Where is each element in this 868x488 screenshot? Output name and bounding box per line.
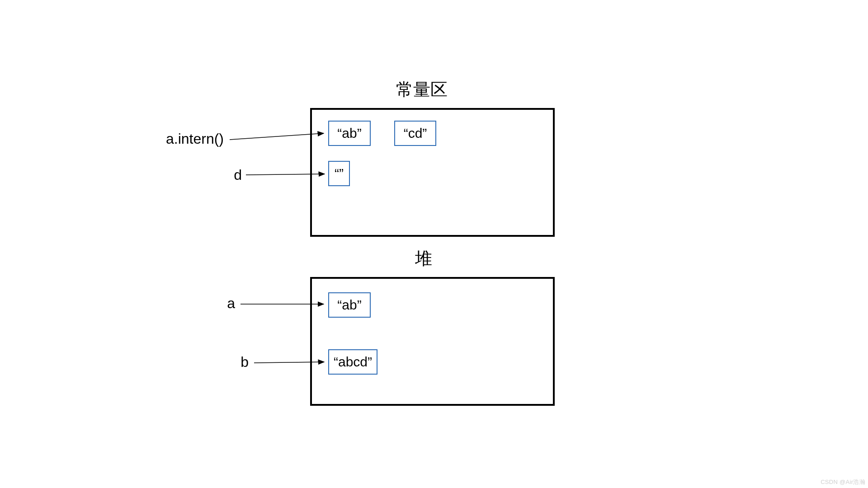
constant-cell-empty: “” <box>328 161 350 186</box>
diagram-stage: 常量区 堆 “ab” “cd” “” “ab” “abcd” a.intern(… <box>104 66 764 422</box>
arrow-a-intern-to-ab <box>230 133 324 140</box>
label-b: b <box>222 354 249 371</box>
heap-title: 堆 <box>415 247 432 270</box>
constant-area-title: 常量区 <box>396 78 448 101</box>
watermark: CSDN @Air浩瀚 <box>821 478 865 486</box>
heap-cell-abcd: “abcd” <box>328 349 377 375</box>
constant-cell-cd: “cd” <box>394 121 436 146</box>
heap-cell-ab: “ab” <box>328 292 371 318</box>
constant-area-region: “ab” “cd” “” <box>310 108 555 237</box>
constant-cell-ab: “ab” <box>328 121 371 146</box>
label-d: d <box>215 167 242 183</box>
label-a-intern: a.intern() <box>151 131 224 147</box>
label-a: a <box>208 295 235 312</box>
heap-region: “ab” “abcd” <box>310 277 555 406</box>
